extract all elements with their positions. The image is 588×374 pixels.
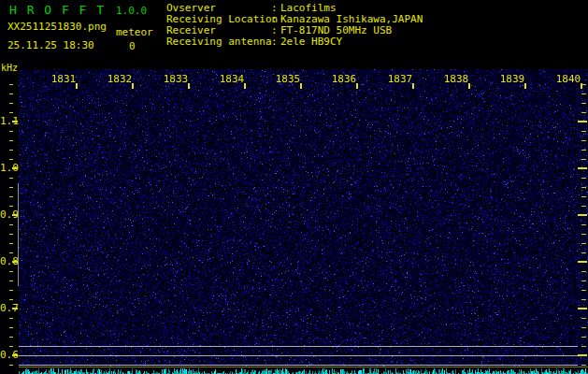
axis-tick [581, 327, 586, 328]
axis-tick [9, 150, 13, 151]
separator: : [271, 36, 280, 48]
axis-tick [581, 299, 586, 300]
app-version: 1.0.0 [116, 5, 147, 17]
x-tick-label-1838: 1838 [441, 74, 471, 85]
axis-tick [9, 271, 13, 272]
axis-tick [578, 121, 587, 122]
x-tick-label-1837: 1837 [385, 74, 415, 85]
x-tick-label-1839: 1839 [497, 74, 527, 85]
reference-line-0.62khz [19, 346, 578, 347]
axis-tick [581, 131, 586, 132]
axis-tick [9, 234, 13, 235]
axis-tick [9, 131, 13, 132]
axis-tick [76, 83, 78, 89]
station-info-row-antenna: Receiving antenna:2ele HB9CY [166, 36, 423, 48]
axis-tick [9, 84, 13, 85]
y-tick-label-0.9: 0.9 [0, 209, 13, 221]
axis-tick [581, 140, 586, 141]
y-axis-unit-label: kHz [1, 63, 18, 73]
axis-tick [581, 365, 586, 366]
x-tick-label-1834: 1834 [217, 74, 247, 85]
axis-tick [12, 167, 18, 169]
antenna-label: Receiving antenna [166, 36, 271, 48]
axis-tick [9, 206, 13, 207]
station-info-block: Ovserver:Lacofilms Receiving Location:Ka… [166, 3, 423, 48]
axis-tick [9, 112, 13, 113]
axis-tick [188, 83, 190, 89]
axis-tick [581, 94, 586, 94]
axis-tick [9, 196, 13, 197]
output-filename: XX2511251830.png [7, 21, 107, 33]
axis-tick [581, 271, 586, 272]
app-title: H R O F F T [9, 3, 106, 17]
axis-tick [581, 337, 586, 338]
axis-tick [412, 83, 414, 89]
observation-datetime: 25.11.25 18:30 [7, 39, 94, 51]
axis-tick [9, 327, 13, 328]
axis-tick [12, 354, 18, 356]
axis-tick [468, 83, 470, 89]
axis-tick [300, 83, 302, 89]
axis-tick [9, 365, 13, 366]
axis-tick [9, 280, 13, 281]
axis-tick [132, 83, 134, 89]
axis-tick [12, 261, 18, 263]
echo-count-value: 0 [129, 40, 136, 52]
axis-tick [9, 159, 13, 160]
axis-tick [581, 187, 586, 188]
axis-tick [578, 354, 587, 356]
axis-tick [581, 196, 586, 197]
axis-tick [9, 94, 13, 94]
axis-tick [9, 346, 13, 347]
axis-tick [581, 234, 586, 235]
hrofft-spectrogram-screen: H R O F F T 1.0.0 XX2511251830.png meteo… [0, 0, 588, 374]
axis-tick [244, 83, 246, 89]
axis-tick [581, 206, 586, 207]
y-tick-label-1.1: 1.1 [0, 116, 13, 127]
spectrogram-noise-canvas [19, 69, 588, 367]
y-tick-label-0.7: 0.7 [0, 303, 13, 314]
axis-tick [578, 261, 587, 263]
y-tick-label-1.0: 1.0 [0, 163, 13, 174]
x-tick-label-1840: 1840 [553, 74, 583, 85]
axis-tick [9, 252, 13, 253]
axis-tick [9, 290, 13, 291]
axis-tick [581, 252, 586, 253]
axis-tick [581, 103, 586, 104]
axis-tick [356, 83, 358, 89]
x-tick-label-1835: 1835 [273, 74, 303, 85]
axis-tick [581, 150, 586, 151]
axis-tick [581, 280, 586, 281]
axis-tick [524, 83, 526, 89]
axis-tick [581, 318, 586, 319]
axis-tick [12, 308, 18, 309]
observation-mode-label: meteor [116, 26, 153, 38]
x-tick-label-1832: 1832 [105, 74, 135, 85]
axis-tick [581, 346, 586, 347]
axis-tick [578, 308, 587, 309]
axis-tick [9, 140, 13, 141]
axis-tick [581, 159, 586, 160]
axis-tick [9, 178, 13, 179]
axis-tick [9, 187, 13, 188]
axis-tick [9, 103, 13, 104]
axis-tick [581, 224, 586, 225]
frequency-marker-line [18, 183, 19, 286]
axis-tick [578, 167, 587, 169]
axis-tick [12, 121, 18, 122]
axis-tick [9, 318, 13, 319]
y-tick-label-0.8: 0.8 [0, 256, 13, 267]
axis-tick [581, 178, 586, 179]
axis-tick [581, 112, 586, 113]
x-tick-label-1833: 1833 [161, 74, 191, 85]
axis-tick [9, 299, 13, 300]
y-tick-label-0.6: 0.6 [0, 350, 13, 361]
signal-level-canvas [19, 367, 588, 374]
x-tick-label-1836: 1836 [329, 74, 359, 85]
reference-line-0.60khz [19, 355, 578, 356]
reference-line-0.58khz [19, 365, 578, 366]
axis-tick [581, 290, 586, 291]
axis-tick [9, 337, 13, 338]
axis-tick [581, 83, 582, 89]
axis-tick [9, 243, 13, 244]
